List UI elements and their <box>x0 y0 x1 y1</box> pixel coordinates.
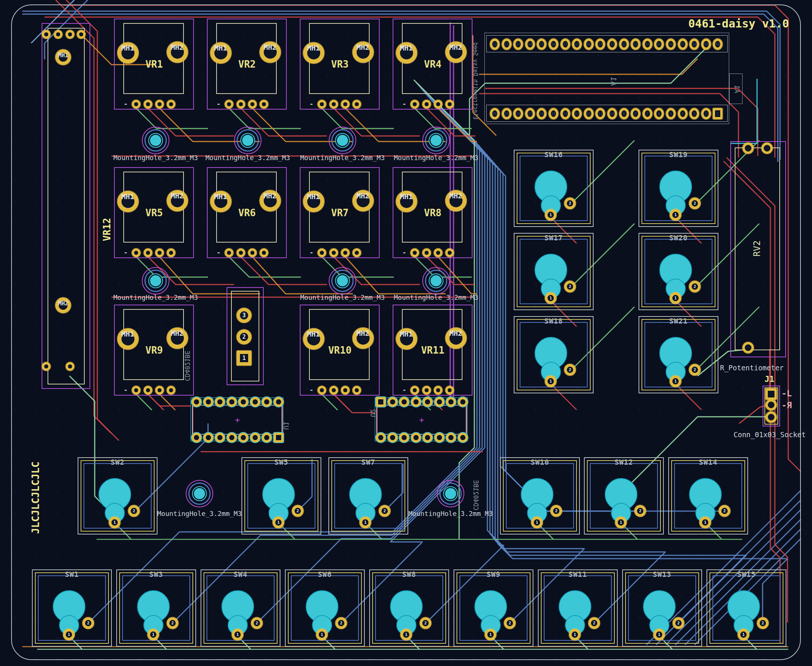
j1-pad-3[interactable] <box>766 412 777 423</box>
daisy-pin-33[interactable]: 33 <box>631 39 641 50</box>
switch-pad-2[interactable]: 2 <box>251 617 263 629</box>
ic-pad[interactable] <box>376 433 385 442</box>
switch-pad-1[interactable]: 1 <box>545 376 557 387</box>
daisy-pin-7[interactable]: 7 <box>642 108 652 119</box>
switch-pad-2[interactable]: 2 <box>673 617 684 629</box>
switch-pad-1[interactable]: 1 <box>670 209 681 221</box>
pot-pad-2[interactable] <box>422 249 431 257</box>
pot-pad-3[interactable] <box>155 100 164 109</box>
pot-VR9[interactable]: MH1 MH2 VR9 - <box>114 305 194 396</box>
switch-pad-1[interactable]: 1 <box>109 517 120 528</box>
switch-pad-1[interactable]: 1 <box>63 629 75 640</box>
conn3-pad-2[interactable]: 2 <box>237 330 252 345</box>
connector-3pin[interactable]: 321 <box>227 287 264 385</box>
ic-pad[interactable] <box>192 433 201 442</box>
daisy-pin-24[interactable]: 24 <box>525 39 535 50</box>
pot-VR4[interactable]: MH1 MH2 VR4 - <box>393 18 473 110</box>
switch-pad-2[interactable]: 2 <box>564 198 576 209</box>
pot-pad-4[interactable] <box>445 249 454 257</box>
pot-pad-3[interactable] <box>341 386 349 394</box>
pot-pad-3[interactable] <box>434 249 442 257</box>
mounting-hole[interactable]: MountingHole_3.2mm_M3 <box>422 266 451 295</box>
daisy-pin-31[interactable]: 31 <box>607 39 617 50</box>
pot-pad-3[interactable] <box>155 249 164 257</box>
pot-pad-1[interactable] <box>318 100 326 109</box>
pot-pad-4[interactable] <box>167 386 175 394</box>
pot-pad-3[interactable] <box>434 100 442 109</box>
switch-pad-1[interactable]: 1 <box>232 629 243 640</box>
pot-VR3[interactable]: MH1 MH2 VR3 - <box>300 18 380 110</box>
daisy-pin-9[interactable]: 9 <box>619 108 629 119</box>
pot-pad-3[interactable] <box>248 249 257 257</box>
ic-pad[interactable] <box>274 397 283 407</box>
switch-pad-2[interactable]: 2 <box>564 364 576 376</box>
pot-pad-4[interactable] <box>167 100 175 109</box>
daisy-pin-2[interactable]: 2 <box>701 108 711 119</box>
mounting-hole[interactable]: MountingHole_3.2mm_M3 <box>233 126 262 155</box>
pot-pad-1[interactable] <box>318 249 326 257</box>
switch-pad-2[interactable]: 2 <box>689 364 700 376</box>
switch-SW9[interactable]: SW9 1 2 <box>453 569 534 647</box>
switch-pad-2[interactable]: 2 <box>588 617 600 629</box>
pot-VR2[interactable]: MH1 MH2 VR2 - <box>207 18 287 110</box>
mounting-hole[interactable]: MountingHole_3.2mm_M3 <box>141 126 170 155</box>
ic-pad[interactable] <box>423 433 432 442</box>
ic-pad[interactable] <box>250 433 260 442</box>
switch-pad-2[interactable]: 2 <box>167 617 178 629</box>
daisy-pin-26[interactable]: 26 <box>548 39 558 50</box>
daisy-pin-8[interactable]: 8 <box>631 108 641 119</box>
switch-pad-2[interactable]: 2 <box>550 505 562 517</box>
ic-pad[interactable] <box>215 433 225 442</box>
pot-pad-1[interactable] <box>410 386 419 394</box>
pot-pad-2[interactable] <box>329 249 338 257</box>
daisy-pin-1[interactable]: 1 <box>713 108 723 119</box>
ic-pad[interactable] <box>411 397 421 407</box>
switch-SW10[interactable]: SW10 1 2 <box>500 457 580 534</box>
pot-pad-3[interactable] <box>341 249 349 257</box>
pot-VR11[interactable]: MH1 MH2 VR11 - <box>393 305 473 396</box>
switch-SW6[interactable]: SW6 1 2 <box>285 569 365 647</box>
pot-pad-2[interactable] <box>422 386 431 394</box>
pot-pad-4[interactable] <box>352 249 361 257</box>
switch-pad-2[interactable]: 2 <box>420 617 431 629</box>
pad[interactable] <box>42 30 51 39</box>
daisy-pin-34[interactable]: 34 <box>642 39 652 50</box>
switch-SW5[interactable]: SW5 1 2 <box>241 457 321 534</box>
ic-pad[interactable] <box>227 397 237 407</box>
pot-pad-4[interactable] <box>445 100 454 109</box>
pad[interactable] <box>66 362 74 371</box>
ic-pad[interactable] <box>262 433 272 442</box>
switch-SW20[interactable]: SW20 1 2 <box>639 233 718 310</box>
pot-VR8[interactable]: MH1 MH2 VR8 - <box>393 167 473 258</box>
daisy-pin-21[interactable]: 21 <box>490 39 500 50</box>
pot-pad-4[interactable] <box>260 249 268 257</box>
switch-pad-1[interactable]: 1 <box>485 629 496 640</box>
switch-pad-1[interactable]: 1 <box>359 517 371 528</box>
pot-pad-2[interactable] <box>144 249 152 257</box>
switch-SW11[interactable]: SW11 1 2 <box>538 569 618 647</box>
switch-SW18[interactable]: SW18 1 2 <box>514 316 594 393</box>
daisy-pin-39[interactable]: 39 <box>701 39 711 50</box>
switch-pad-2[interactable]: 2 <box>634 505 646 517</box>
switch-pad-1[interactable]: 1 <box>545 209 557 221</box>
switch-pad-1[interactable]: 1 <box>670 376 681 387</box>
switch-pad-1[interactable]: 1 <box>531 517 543 528</box>
pot-pad-3[interactable] <box>155 386 164 394</box>
switch-pad-2[interactable]: 2 <box>82 617 94 629</box>
ic-pad[interactable] <box>388 397 397 407</box>
daisy-pin-12[interactable]: 12 <box>584 108 594 119</box>
switch-pad-1[interactable]: 1 <box>316 629 328 640</box>
rv2-pad-2[interactable] <box>761 143 772 154</box>
connector-J1[interactable] <box>763 386 780 427</box>
switch-SW15[interactable]: SW15 1 2 <box>707 569 786 647</box>
daisy-module-A1[interactable]: 2122232425262728293031323334353637383940… <box>484 33 729 124</box>
switch-pad-2[interactable]: 2 <box>335 617 347 629</box>
daisy-pin-10[interactable]: 10 <box>607 108 617 119</box>
daisy-pin-27[interactable]: 27 <box>560 39 570 50</box>
switch-SW14[interactable]: SW14 1 2 <box>668 457 748 534</box>
pad[interactable] <box>42 362 51 371</box>
switch-pad-1[interactable]: 1 <box>670 292 681 304</box>
pot-pad-4[interactable] <box>352 386 361 394</box>
switch-SW12[interactable]: SW12 1 2 <box>584 457 664 534</box>
switch-pad-1[interactable]: 1 <box>545 292 557 304</box>
